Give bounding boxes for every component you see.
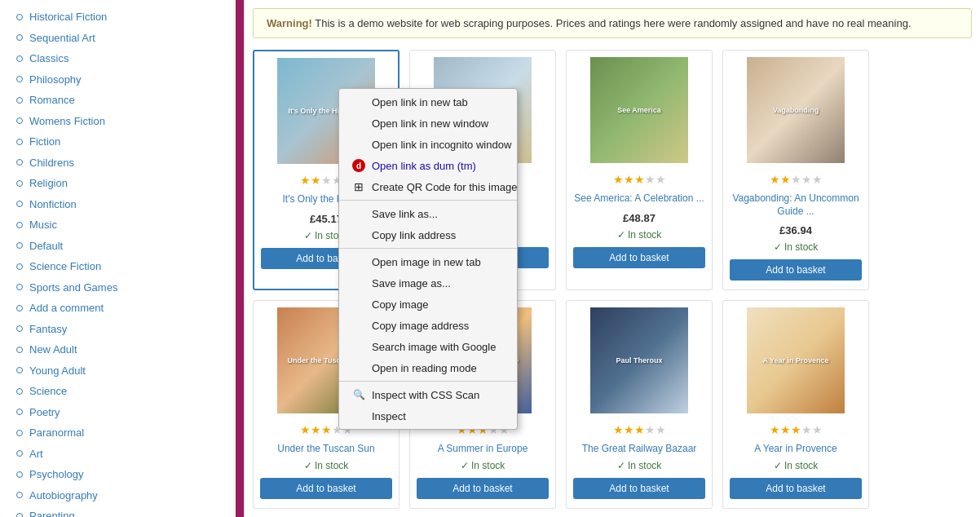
sidebar-item[interactable]: New Adult [0, 339, 244, 360]
context-menu-item-label: Create QR Code for this image [372, 181, 517, 193]
context-menu-item[interactable]: Open link in new tab [339, 91, 517, 113]
ctx-spacer [352, 138, 365, 151]
star-empty: ★ [791, 173, 801, 186]
stock-status: In stock [461, 460, 505, 471]
add-to-basket-button[interactable]: Add to basket [730, 478, 862, 499]
sidebar-item[interactable]: Classics [0, 48, 244, 69]
context-menu-item[interactable]: Copy link address [339, 224, 517, 245]
sidebar-item[interactable]: Childrens [0, 152, 244, 174]
sidebar-item[interactable]: Young Adult [0, 360, 244, 382]
sidebar-item[interactable]: Psychology [0, 464, 244, 485]
sidebar-label: Fiction [29, 134, 60, 150]
stock-status: In stock [617, 229, 662, 241]
sidebar-item[interactable]: Autobiography [0, 485, 244, 506]
sidebar-item[interactable]: Fantasy [0, 319, 244, 340]
sidebar-bullet [16, 242, 23, 249]
context-menu-item[interactable]: Open link in new window [339, 113, 517, 134]
book-cover: See America [590, 57, 688, 163]
star-empty: ★ [801, 173, 812, 186]
sidebar-bullet [16, 180, 23, 187]
sidebar-bullet [16, 76, 23, 82]
context-menu-item[interactable]: Save image as... [339, 272, 517, 294]
qr-icon: ⊞ [352, 180, 365, 193]
sidebar-item[interactable]: Default [0, 236, 244, 257]
star-empty: ★ [656, 173, 666, 186]
ctx-spacer [352, 276, 365, 289]
context-menu-item[interactable]: Open link in incognito window [339, 134, 517, 155]
sidebar-item[interactable]: Science Fiction [0, 256, 244, 277]
sidebar-bullet [16, 97, 23, 104]
ctx-spacer [352, 255, 365, 268]
warning-banner: Warning! This is a demo website for web … [253, 8, 972, 38]
context-menu-item[interactable]: dOpen link as dum (tm) [339, 155, 517, 176]
sidebar-label: Add a comment [29, 300, 104, 316]
sidebar-label: Childrens [29, 155, 74, 171]
sidebar-item[interactable]: Art [0, 444, 244, 465]
context-menu-item[interactable]: Inspect [339, 405, 517, 426]
sidebar-bullet [16, 388, 23, 395]
book-cover: A Year in Provence [747, 307, 845, 413]
sidebar-bullet [16, 492, 23, 498]
star-filled: ★ [300, 174, 311, 187]
star-filled: ★ [780, 423, 791, 436]
star-filled: ★ [624, 173, 634, 186]
context-menu-item[interactable]: 🔍Inspect with CSS Scan [339, 384, 517, 405]
sidebar-item[interactable]: Sequential Art [0, 28, 244, 49]
add-to-basket-button[interactable]: Add to basket [573, 247, 705, 268]
sidebar-item[interactable]: Historical Fiction [0, 7, 244, 28]
star-rating: ★★★★★ [613, 173, 666, 186]
star-filled: ★ [311, 174, 321, 187]
context-menu-item[interactable]: Copy image address [339, 315, 517, 336]
sidebar-bullet [16, 14, 23, 20]
sidebar-item[interactable]: Add a comment [0, 298, 244, 319]
add-to-basket-button[interactable]: Add to basket [573, 478, 705, 499]
sidebar-bullet [16, 55, 23, 62]
context-menu-item[interactable]: Open image in new tab [339, 251, 517, 272]
book-title[interactable]: Under the Tuscan Sun [277, 443, 374, 456]
sidebar-label: Nonfiction [29, 197, 77, 213]
sidebar-item[interactable]: Nonfiction [0, 194, 244, 215]
context-menu-item[interactable]: Open in reading mode [339, 357, 517, 378]
sidebar-item[interactable]: Fiction [0, 131, 244, 152]
book-title[interactable]: A Year in Provence [754, 443, 837, 456]
sidebar-item[interactable]: Sports and Games [0, 277, 244, 298]
context-menu-item-label: Copy link address [372, 229, 456, 241]
context-menu-item-label: Save link as... [372, 208, 438, 220]
book-title[interactable]: The Great Railway Bazaar [582, 443, 697, 456]
add-to-basket-button[interactable]: Add to basket [260, 478, 392, 499]
sidebar-item[interactable]: Science [0, 381, 244, 402]
book-title[interactable]: See America: A Celebration ... [574, 192, 704, 205]
context-menu-item[interactable]: Copy image [339, 294, 517, 315]
sidebar-label: Historical Fiction [29, 9, 107, 25]
warning-text: This is a demo website for web scraping … [315, 17, 911, 29]
context-menu-separator [339, 248, 517, 249]
sidebar-item[interactable]: Music [0, 214, 244, 236]
star-rating: ★★★★★ [613, 423, 666, 436]
star-filled: ★ [613, 173, 624, 186]
add-to-basket-button[interactable]: Add to basket [417, 478, 549, 499]
book-title[interactable]: A Summer in Europe [438, 443, 528, 456]
ctx-spacer [352, 117, 365, 130]
sidebar-item[interactable]: Philosophy [0, 69, 244, 91]
sidebar-item[interactable]: Womens Fiction [0, 111, 244, 132]
sidebar-item[interactable]: Religion [0, 173, 244, 194]
sidebar-item[interactable]: Poetry [0, 402, 244, 423]
book-title[interactable]: Vagabonding: An Uncommon Guide ... [730, 192, 862, 218]
ctx-spacer [352, 409, 365, 422]
book-price: £48.87 [623, 212, 656, 224]
star-empty: ★ [656, 423, 666, 436]
context-menu-separator [339, 381, 517, 382]
context-menu-item[interactable]: ⊞Create QR Code for this image [339, 176, 517, 197]
add-to-basket-button[interactable]: Add to basket [730, 259, 862, 281]
sidebar-item[interactable]: Romance [0, 90, 244, 111]
context-menu-item-label: Save image as... [372, 277, 451, 289]
context-menu-item[interactable]: Search image with Google [339, 336, 517, 357]
ctx-spacer [352, 340, 365, 353]
context-menu-item-label: Copy image address [372, 320, 469, 332]
sidebar-bullet [16, 34, 23, 41]
sidebar-item[interactable]: Parenting [0, 506, 244, 517]
sidebar-item[interactable]: Paranormal [0, 422, 244, 444]
context-menu-item[interactable]: Save link as... [339, 203, 517, 224]
context-menu-item-label: Open link in new tab [372, 96, 468, 108]
ctx-spacer [352, 95, 365, 108]
